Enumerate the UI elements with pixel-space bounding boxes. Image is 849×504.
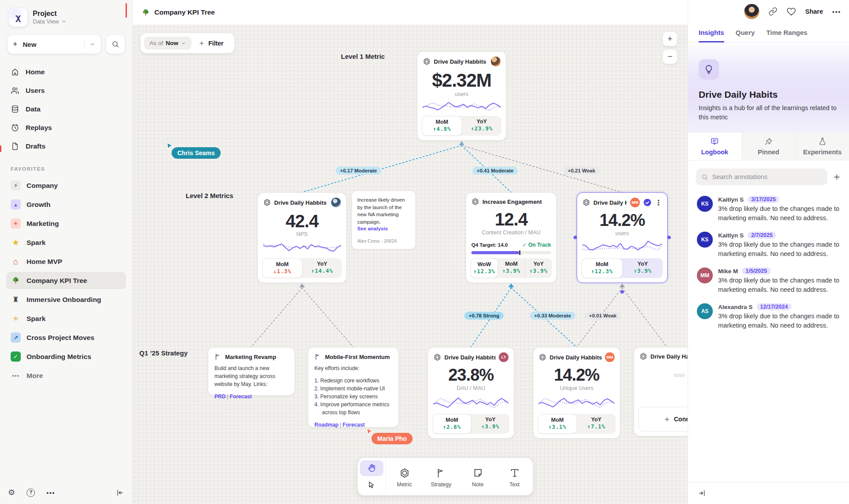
text-tool[interactable]: Text [496, 458, 533, 495]
add-annotation-icon[interactable] [833, 173, 841, 181]
subtab-pinned[interactable]: Pinned [742, 133, 795, 160]
connect-button[interactable]: Connect [639, 407, 688, 431]
sidebar-item-spark-2[interactable]: ✳Spark [6, 310, 126, 327]
metric-card-unique-users[interactable]: Drive Daily Habbits MM 14.2% Unique User… [533, 347, 620, 439]
gear-icon[interactable]: ⚙ [8, 488, 15, 497]
trend-yoy[interactable]: YoY↑3.9% [471, 414, 509, 434]
sidebar-item-growth[interactable]: ▲Growth [6, 196, 126, 213]
sidebar-item-cross-project-moves[interactable]: ↗Cross Project Moves [6, 329, 126, 346]
note-tool[interactable]: Note [459, 458, 496, 495]
tab-insights[interactable]: Insights [699, 23, 724, 42]
trend-delta: ↑3.9% [623, 268, 663, 274]
more-options-icon[interactable]: ••• [46, 489, 55, 496]
tab-time-ranges[interactable]: Time Ranges [766, 23, 807, 42]
annotation-date: 12/17/2024 [757, 303, 792, 310]
sidebar-item-company-kpi-tree[interactable]: Company KPI Tree [6, 272, 126, 289]
new-button[interactable]: + New [7, 34, 101, 54]
strategy-list-item: 3. Personalize key screens [314, 393, 392, 401]
annotation-item[interactable]: KS Kaitlyn S 3/17/2025 3% drop likely du… [688, 187, 849, 223]
subtab-logbook[interactable]: Logbook [688, 133, 742, 160]
annotation-author: Alexandra S [718, 304, 753, 310]
sidebar-item-company[interactable]: ⚡Company [6, 177, 126, 194]
sidebar-item-home[interactable]: Home [6, 64, 126, 80]
roadmap-link[interactable]: Roadmap [314, 422, 339, 428]
strategy-card-marketing-revamp[interactable]: Marketing Revamp Build and launch a new … [208, 347, 295, 396]
kpi-tree-canvas[interactable]: As of Now Filter + − Level 1 Metric Leve… [133, 25, 688, 504]
collapse-panel-icon[interactable] [698, 489, 706, 497]
trend-mom[interactable]: MoM↑3.1% [538, 414, 577, 434]
sidebar-item-more[interactable]: •••More [6, 367, 126, 384]
metric-tool[interactable]: Metric [386, 458, 423, 495]
trend-delta: ↑12.3% [471, 268, 497, 275]
hand-tool[interactable] [360, 460, 383, 476]
zoom-out-button[interactable]: − [662, 49, 677, 64]
sidebar-item-replays[interactable]: Replays [6, 119, 126, 136]
forecast-link[interactable]: Forecast [229, 393, 252, 400]
strategy-card-mobile-first[interactable]: Mobile-First Momentum Key efforts includ… [308, 347, 399, 428]
lightbulb-icon [704, 64, 714, 75]
help-icon[interactable]: ? [27, 489, 35, 497]
sidebar-item-immersive-onboarding[interactable]: ♜Immersive Onboarding [6, 291, 126, 308]
metric-card-dau-mau[interactable]: Drive Daily Habbits LT 23.8% DAU / MAU M… [428, 347, 514, 439]
canvas-note[interactable]: Increase likely driven by the launch of … [352, 191, 416, 249]
annotation-date: 2/7/2025 [748, 232, 776, 239]
annotation-item[interactable]: MM Mike M 1/5/2025 3% drop likely due to… [688, 259, 849, 294]
share-button[interactable]: Share [805, 8, 823, 15]
strategy-tool[interactable]: Strategy [423, 458, 459, 495]
annotation-item[interactable]: KS Kaitlyn S 2/7/2025 3% drop likely due… [688, 223, 849, 259]
as-of-selector[interactable]: As of Now [144, 37, 191, 50]
sidebar-item-home-mvp[interactable]: ⌂Home MVP [6, 253, 126, 270]
correlation-pill: +0.21 Weak [563, 167, 600, 175]
sidebar-item-spark[interactable]: ★Spark [6, 234, 126, 251]
trend-mom[interactable]: MoM↑3.9% [498, 258, 524, 278]
trend-mom[interactable]: MoM↑4.8% [422, 116, 462, 136]
collapse-sidebar-icon[interactable] [116, 489, 124, 497]
sidebar-item-data[interactable]: Data [6, 101, 126, 118]
avatar: AS [697, 303, 713, 319]
trend-mom[interactable]: MoM↑2.6% [432, 414, 471, 434]
metric-card-l1[interactable]: Drive Daily Habbits $2.32M users MoM↑4.8… [417, 51, 506, 141]
zoom-in-button[interactable]: + [662, 31, 677, 46]
trend-wow[interactable]: WoW↑12.3% [470, 258, 498, 278]
sidebar-item-onboarding-metrics[interactable]: ✓Onboarding Metrics [6, 348, 126, 365]
search-annotations-input[interactable] [712, 173, 822, 180]
annotation-item[interactable]: AS Alexandra S 12/17/2024 3% drop likely… [688, 294, 849, 330]
trend-label: YoY [525, 261, 552, 267]
trend-mom[interactable]: MoM↑12.3% [581, 258, 623, 278]
trend-yoy[interactable]: YoY↑23.9% [462, 116, 501, 136]
trend-yoy[interactable]: YoY↑14.4% [302, 258, 342, 278]
see-analysis-link[interactable]: See analysis [357, 226, 410, 231]
overflow-menu-icon[interactable]: ••• [832, 8, 841, 15]
owner-avatar[interactable] [331, 198, 341, 207]
trend-mom[interactable]: MoM↓1.3% [262, 258, 302, 278]
tab-query[interactable]: Query [736, 23, 755, 42]
forecast-link[interactable]: Forecast [343, 422, 365, 428]
owner-avatar[interactable] [491, 57, 501, 66]
card-menu-icon[interactable]: ⋮ [655, 199, 662, 207]
trend-yoy[interactable]: YoY↑3.9% [525, 258, 552, 278]
sidebar-item-drafts[interactable]: Drafts [6, 138, 126, 155]
copy-link-icon[interactable] [769, 7, 777, 16]
search-button[interactable] [106, 34, 125, 54]
trend-yoy[interactable]: YoY↑3.9% [623, 258, 663, 278]
prd-link[interactable]: PRD [214, 393, 226, 400]
annotation-search[interactable] [696, 168, 827, 185]
user-avatar[interactable] [744, 4, 759, 19]
sidebar-item-marketing[interactable]: ✶Marketing [6, 215, 126, 232]
metric-card-partial[interactable]: Drive Daily Hab Connect [634, 347, 688, 436]
chevron-down-icon[interactable] [89, 41, 96, 47]
subtab-experiments[interactable]: Experiments [795, 133, 849, 160]
app-root: χ Project Data View + New Home Users [0, 0, 849, 504]
sidebar-item-users[interactable]: Users [6, 82, 126, 99]
workspace-selector[interactable]: Data View [33, 18, 67, 25]
canvas-toolbar: Metric Strategy Note Text [357, 458, 533, 496]
filter-button[interactable]: Filter [191, 40, 230, 47]
trend-yoy[interactable]: YoY↑7.1% [577, 414, 616, 434]
project-switcher[interactable]: χ Project Data View [6, 7, 126, 33]
cursor-name: Chris Seams [172, 147, 221, 159]
favorite-heart-icon[interactable] [787, 7, 796, 16]
metric-card-selected[interactable]: Drive Daily Habb.. MM ⋮ 14.2% users MoM↑… [577, 192, 668, 283]
select-tool[interactable] [360, 477, 383, 493]
metric-card-nps[interactable]: Drive Daily Habbits 42.4 NPS MoM↓1.3% Yo… [257, 192, 347, 283]
metric-card-engagement[interactable]: Increase Engagement 12.4 Content Creatio… [466, 192, 557, 283]
